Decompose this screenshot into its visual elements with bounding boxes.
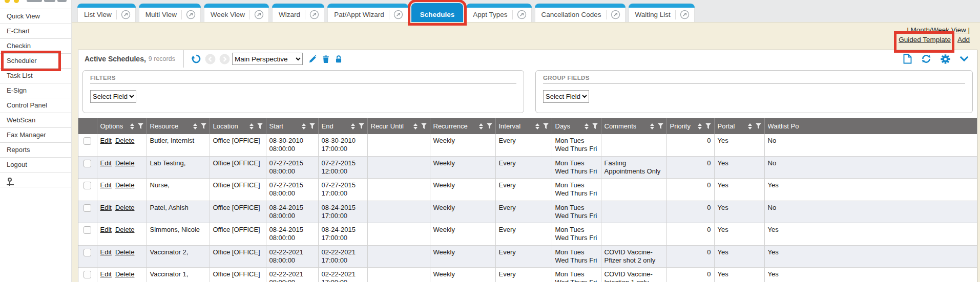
column-header-options[interactable]: Options — [97, 118, 147, 134]
open-in-new-icon[interactable] — [611, 10, 620, 19]
open-in-new-icon[interactable] — [254, 10, 264, 19]
open-in-new-icon[interactable] — [680, 10, 690, 19]
sort-icon[interactable] — [748, 123, 752, 129]
filter-funnel-icon[interactable] — [705, 123, 711, 129]
filters-field-select[interactable]: Select Field — [90, 90, 136, 103]
sidebar-item-e-chart[interactable]: E-Chart — [0, 24, 71, 39]
row-checkbox[interactable] — [84, 226, 91, 234]
edit-link[interactable]: Edit — [100, 270, 112, 278]
sidebar-item-fax-manager[interactable]: Fax Manager — [0, 128, 71, 143]
tab-week-view[interactable]: Week View — [204, 3, 269, 22]
delete-link[interactable]: Delete — [115, 226, 135, 233]
tab-cancellation-codes[interactable]: Cancellation Codes — [535, 3, 625, 22]
column-header-recur-until[interactable]: Recur Until — [367, 118, 430, 134]
column-header-location[interactable]: Location — [210, 118, 266, 134]
filter-funnel-icon[interactable] — [658, 123, 663, 129]
tab-waiting-list[interactable]: Waiting List — [629, 3, 695, 22]
sidebar-item-task-list[interactable]: Task List — [0, 69, 71, 83]
open-in-new-icon[interactable] — [186, 10, 196, 19]
edit-link[interactable]: Edit — [100, 181, 112, 189]
sidebar-item-checkin[interactable]: Checkin — [0, 39, 71, 54]
column-header-waitlist-po[interactable]: Waitlist Po — [764, 118, 977, 134]
open-in-new-icon[interactable] — [121, 10, 131, 19]
delete-link[interactable]: Delete — [115, 270, 135, 278]
sort-icon[interactable] — [130, 123, 134, 129]
sort-icon[interactable] — [351, 123, 355, 129]
edit-link[interactable]: Edit — [100, 226, 112, 233]
sort-icon[interactable] — [479, 123, 483, 129]
delete-perspective-button[interactable] — [321, 54, 330, 64]
delete-link[interactable]: Delete — [115, 248, 135, 256]
filter-funnel-icon[interactable] — [359, 123, 364, 129]
sidebar-item-control-panel[interactable]: Control Panel — [0, 98, 71, 113]
tab-pat-appt-wizard[interactable]: Pat/Appt Wizard — [327, 3, 408, 22]
column-header-start[interactable]: Start — [266, 118, 318, 134]
column-header-priority[interactable]: Priority — [666, 118, 714, 134]
refresh-button[interactable] — [921, 54, 931, 64]
column-header-recurrence[interactable]: Recurrence — [430, 118, 495, 134]
new-document-button[interactable] — [903, 54, 912, 64]
column-header-resource[interactable]: Resource — [147, 118, 210, 134]
sort-icon[interactable] — [249, 123, 254, 129]
sort-icon[interactable] — [650, 123, 654, 129]
open-in-new-icon[interactable] — [309, 10, 319, 19]
collapse-panel-button[interactable] — [960, 56, 969, 62]
row-checkbox[interactable] — [84, 271, 91, 278]
lock-perspective-button[interactable] — [334, 54, 343, 64]
filter-funnel-icon[interactable] — [257, 123, 263, 129]
filter-funnel-icon[interactable] — [543, 123, 549, 129]
row-checkbox[interactable] — [84, 160, 91, 167]
filter-funnel-icon[interactable] — [421, 123, 427, 129]
column-header-comments[interactable]: Comments — [601, 118, 666, 134]
column-header-interval[interactable]: Interval — [495, 118, 552, 134]
edit-perspective-button[interactable] — [308, 54, 318, 64]
month-week-view-link[interactable]: | Month/Week View | — [907, 26, 970, 34]
tab-appt-types[interactable]: Appt Types — [466, 3, 531, 22]
add-link[interactable]: Add — [957, 36, 970, 44]
sidebar-item-e-sign[interactable]: E-Sign — [0, 83, 71, 98]
sort-icon[interactable] — [585, 123, 589, 129]
tab-list-view[interactable]: List View — [77, 3, 136, 22]
sort-icon[interactable] — [698, 123, 702, 129]
edit-link[interactable]: Edit — [100, 248, 112, 256]
edit-link[interactable]: Edit — [100, 204, 112, 211]
guided-template-link[interactable]: Guided Template — [899, 36, 951, 44]
delete-link[interactable]: Delete — [115, 204, 135, 211]
sidebar-item-scheduler[interactable]: Scheduler — [0, 54, 71, 69]
group-fields-select[interactable]: Select Field — [543, 90, 589, 103]
tab-schedules[interactable]: Schedules — [411, 3, 464, 22]
sidebar-item-reports[interactable]: Reports — [0, 143, 71, 158]
sort-icon[interactable] — [193, 123, 197, 129]
perspective-select[interactable]: Main Perspective — [232, 53, 303, 65]
row-checkbox[interactable] — [84, 249, 91, 256]
sort-icon[interactable] — [302, 123, 306, 129]
filter-funnel-icon[interactable] — [756, 123, 761, 129]
sort-icon[interactable] — [413, 123, 418, 129]
open-in-new-icon[interactable] — [517, 10, 527, 19]
settings-button[interactable] — [941, 54, 950, 64]
delete-link[interactable]: Delete — [115, 181, 135, 189]
edit-link[interactable]: Edit — [100, 159, 112, 167]
filter-funnel-icon[interactable] — [309, 123, 315, 129]
filter-funnel-icon[interactable] — [201, 123, 206, 129]
delete-link[interactable]: Delete — [115, 137, 135, 144]
open-in-new-icon[interactable] — [393, 10, 403, 19]
filter-funnel-icon[interactable] — [592, 123, 598, 129]
row-checkbox[interactable] — [84, 204, 91, 212]
row-checkbox[interactable] — [84, 137, 91, 145]
sort-icon[interactable] — [535, 123, 539, 129]
column-header-end[interactable]: End — [318, 118, 367, 134]
delete-link[interactable]: Delete — [115, 159, 135, 167]
row-checkbox[interactable] — [84, 182, 91, 189]
edit-link[interactable]: Edit — [100, 137, 112, 144]
next-perspective-button[interactable] — [219, 54, 230, 64]
column-header-portal[interactable]: Portal — [714, 118, 764, 134]
tab-multi-view[interactable]: Multi View — [139, 3, 201, 22]
sidebar-item-quick-view[interactable]: Quick View — [0, 9, 71, 24]
tab-wizard[interactable]: Wizard — [272, 3, 324, 22]
sidebar-item-webscan[interactable]: WebScan — [0, 113, 71, 128]
filter-funnel-icon[interactable] — [138, 123, 143, 129]
column-header-days[interactable]: Days — [552, 118, 601, 134]
undo-button[interactable] — [191, 54, 201, 64]
filter-funnel-icon[interactable] — [487, 123, 492, 129]
